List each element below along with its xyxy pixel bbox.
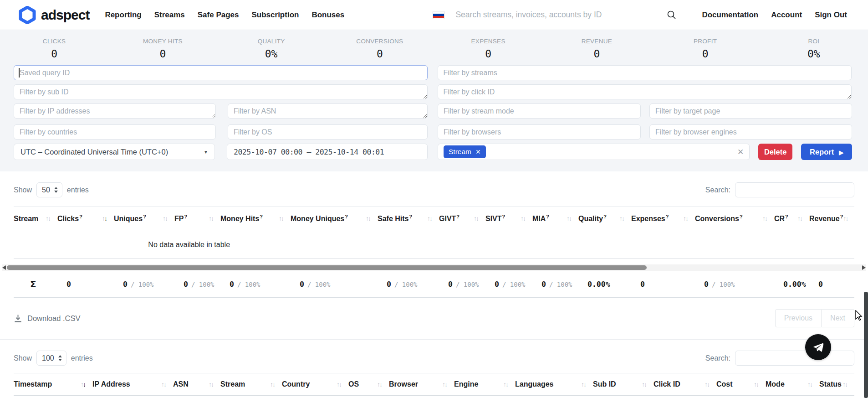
sort-icon	[807, 381, 812, 388]
th-asn[interactable]: ASN	[173, 373, 220, 396]
th-sivt[interactable]: SIVT?	[485, 207, 532, 230]
sort-icon	[427, 215, 432, 222]
stat-conversions: CONVERSIONS0	[326, 38, 434, 60]
nav-sign-out[interactable]: Sign Out	[815, 10, 847, 20]
scrollbar-thumb[interactable]	[7, 265, 647, 270]
horizontal-scrollbar[interactable]	[2, 264, 866, 271]
download-csv-button[interactable]: Download .CSV	[14, 314, 80, 323]
th-cost[interactable]: Cost	[716, 373, 766, 396]
th-ip-address[interactable]: IP Address	[92, 373, 173, 396]
report-button[interactable]: Report	[801, 144, 852, 160]
filter-browser-engines-input[interactable]	[649, 124, 852, 140]
filter-stream-mode-input[interactable]	[438, 103, 641, 119]
empty-table-message: No data available in table	[14, 230, 854, 259]
th-revenue[interactable]: Revenue?	[809, 207, 854, 230]
language-flag-ru-icon[interactable]	[433, 11, 444, 19]
show-label: Show	[14, 354, 32, 362]
th-engine[interactable]: Engine	[454, 373, 515, 396]
page-size-select[interactable]: 50	[36, 182, 62, 197]
remove-tag-icon[interactable]	[475, 148, 481, 155]
th-money-hits[interactable]: Money Hits?	[220, 207, 291, 230]
stats-bar: CLICKS0 MONEY HITS0 QUALITY0% CONVERSION…	[0, 30, 868, 65]
th-money-uniques[interactable]: Money Uniques?	[291, 207, 378, 230]
th-status[interactable]: Status	[819, 373, 854, 396]
clear-tags-icon[interactable]	[737, 147, 744, 157]
nav-safe-pages[interactable]: Safe Pages	[198, 10, 239, 20]
totals-money-hits: 0/ 100%	[220, 271, 291, 298]
sort-icon	[705, 381, 709, 388]
filter-streams-input[interactable]	[438, 65, 852, 80]
filter-click-id-textarea[interactable]	[438, 84, 852, 99]
saved-query-id-input[interactable]	[14, 65, 428, 80]
nav-account[interactable]: Account	[771, 10, 802, 20]
nav-streams[interactable]: Streams	[154, 10, 185, 20]
entries-label: entries	[71, 354, 93, 362]
th-mode[interactable]: Mode	[766, 373, 819, 396]
filter-asn-textarea[interactable]	[228, 103, 428, 119]
nav-subscription[interactable]: Subscription	[252, 10, 299, 20]
filter-browsers-input[interactable]	[438, 124, 641, 140]
sort-icon	[762, 215, 767, 222]
th-conversions[interactable]: Conversions?	[695, 207, 774, 230]
delete-button[interactable]: Delete	[758, 144, 792, 160]
th-stream[interactable]: Stream	[220, 373, 282, 396]
date-range-input[interactable]: 2025-10-07 00:00 – 2025-10-14 00:01	[227, 144, 428, 160]
telegram-plane-icon	[812, 341, 824, 353]
page-size-select[interactable]: 100	[36, 351, 66, 366]
tag-stream-chip[interactable]: Stream	[444, 145, 486, 158]
th-sub-id[interactable]: Sub ID	[593, 373, 654, 396]
stat-quality: QUALITY0%	[217, 38, 326, 60]
th-safe-hits[interactable]: Safe Hits?	[378, 207, 439, 230]
filter-sub-id-textarea[interactable]	[14, 84, 428, 99]
timezone-select[interactable]: UTC – Coordinated Universal Time (UTC+0)	[14, 144, 215, 160]
th-expenses[interactable]: Expenses?	[631, 207, 695, 230]
telegram-button[interactable]	[805, 334, 831, 360]
th-country[interactable]: Country	[282, 373, 348, 396]
report-group-tags-input[interactable]: Stream	[438, 144, 750, 160]
filter-countries-input[interactable]	[14, 124, 216, 140]
filter-target-page-input[interactable]	[649, 103, 852, 119]
sort-icon	[503, 381, 508, 388]
next-page-button[interactable]: Next	[822, 309, 854, 327]
th-givt[interactable]: GIVT?	[439, 207, 485, 230]
th-quality[interactable]: Quality?	[578, 207, 631, 230]
th-timestamp[interactable]: Timestamp	[14, 373, 92, 396]
th-languages[interactable]: Languages	[515, 373, 593, 396]
sort-desc-icon	[81, 381, 85, 388]
search-icon[interactable]	[667, 10, 676, 20]
filter-os-input[interactable]	[228, 124, 428, 140]
table2-controls: Show 100 entries Search:	[14, 351, 854, 366]
th-click-id[interactable]: Click ID	[654, 373, 716, 396]
th-fp[interactable]: FP?	[174, 207, 220, 230]
th-clicks[interactable]: Clicks?	[57, 207, 114, 230]
global-search-input[interactable]	[455, 10, 654, 20]
top-nav: adspect Reporting Streams Safe Pages Sub…	[0, 0, 868, 30]
stat-money-hits: MONEY HITS0	[108, 38, 217, 60]
sort-icon	[474, 215, 478, 222]
totals-expenses: 0	[631, 271, 695, 298]
sort-icon	[797, 215, 802, 222]
scroll-left-arrow-icon[interactable]	[2, 265, 6, 270]
table1-search-input[interactable]	[735, 182, 854, 197]
th-browser[interactable]: Browser	[389, 373, 454, 396]
th-mia[interactable]: MIA?	[532, 207, 578, 230]
sort-icon	[442, 381, 447, 388]
totals-row: Σ 0 0/ 100% 0/ 100% 0/ 100% 0/ 100% 0/ 1…	[14, 271, 854, 298]
th-os[interactable]: OS	[348, 373, 389, 396]
table2-search-input[interactable]	[735, 351, 854, 366]
stat-profit: PROFIT0	[651, 38, 760, 60]
previous-page-button[interactable]: Previous	[775, 309, 822, 327]
totals-givt: 0/ 100%	[439, 271, 485, 298]
vertical-scrollbar-thumb[interactable]	[864, 292, 868, 398]
nav-bonuses[interactable]: Bonuses	[311, 10, 344, 20]
th-stream[interactable]: Stream	[14, 207, 57, 230]
scroll-right-arrow-icon[interactable]	[862, 265, 866, 270]
filter-ip-addresses-textarea[interactable]	[14, 103, 216, 119]
brand-logo[interactable]: adspect	[18, 6, 89, 24]
th-cr[interactable]: CR?	[774, 207, 809, 230]
sort-icon	[279, 215, 283, 222]
sort-icon	[619, 215, 624, 222]
th-uniques[interactable]: Uniques?	[114, 207, 174, 230]
nav-documentation[interactable]: Documentation	[702, 10, 758, 20]
nav-reporting[interactable]: Reporting	[105, 10, 141, 20]
